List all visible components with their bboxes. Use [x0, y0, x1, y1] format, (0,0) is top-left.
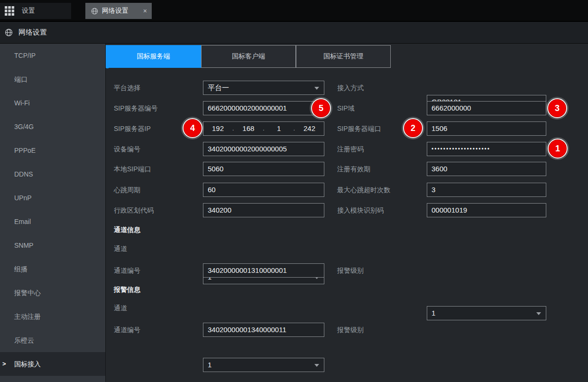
alarm-channel-select[interactable]: 1 — [203, 358, 324, 372]
sidebar: TCP/IP 端口 Wi-Fi 3G/4G PPPoE DDNS UPnP Em… — [0, 44, 105, 382]
alarm-info-title: 报警信息 — [114, 284, 140, 295]
sidebar-item-3g4g[interactable]: 3G/4G — [0, 115, 105, 139]
sip-domain-input[interactable]: 6662000000 — [427, 101, 546, 115]
annotation-badge-4: 4 — [183, 118, 202, 138]
caret-down-icon — [314, 364, 319, 367]
sidebar-item-tcpip[interactable]: TCP/IP — [0, 44, 105, 67]
sidebar-item-email[interactable]: Email — [0, 210, 105, 233]
heartbeat-period-input[interactable]: 60 — [203, 183, 324, 197]
alarm-level-label: 报警级别 — [337, 263, 364, 278]
access-mode-label: 接入方式 — [337, 81, 364, 95]
sidebar-item-port[interactable]: 端口 — [0, 67, 105, 91]
admin-region-code-label: 行政区划代码 — [114, 203, 154, 217]
tab-settings[interactable]: 设置 — [0, 3, 71, 19]
chevron-right-icon: > — [2, 352, 6, 376]
ip-octet-2[interactable]: 168 — [234, 122, 263, 135]
caret-down-icon — [314, 87, 319, 90]
local-sip-port-input[interactable]: 5060 — [203, 162, 324, 176]
local-sip-port-label: 本地SIP端口 — [114, 162, 151, 176]
platform-select[interactable]: 平台一 — [203, 81, 324, 95]
tab-network-settings-label: 网络设置 — [102, 7, 129, 15]
access-module-id-label: 接入模块识别码 — [337, 203, 384, 217]
register-valid-period-label: 注册有效期 — [337, 162, 370, 176]
ip-octet-4[interactable]: 242 — [295, 122, 324, 135]
ip-octet-3[interactable]: 1 — [265, 122, 294, 135]
alarm-channel-label: 通道 — [114, 301, 127, 315]
sidebar-item-multicast[interactable]: 组播 — [0, 257, 105, 281]
sidebar-item-ddns[interactable]: DDNS — [0, 162, 105, 186]
grid-menu-icon — [5, 6, 14, 16]
globe-icon — [91, 8, 98, 15]
max-heartbeat-timeouts-label: 最大心跳超时次数 — [337, 183, 390, 197]
sip-server-port-label: SIP服务器端口 — [337, 121, 381, 136]
page-title: 网络设置 — [18, 28, 47, 37]
alarm-channel-id-input[interactable]: 34020000001340000011 — [203, 323, 324, 337]
alarm-level-select[interactable]: 1 — [427, 306, 546, 320]
tab-network-settings[interactable]: 网络设置 × — [85, 3, 152, 19]
sidebar-item-upnp[interactable]: UPnP — [0, 186, 105, 210]
sip-server-id-input[interactable]: 66620000002000000001 — [203, 101, 324, 115]
tab-gb-cert-management[interactable]: 国标证书管理 — [296, 45, 391, 68]
annotation-badge-2: 2 — [403, 118, 423, 138]
sidebar-item-gb28181-access[interactable]: > 国标接入 — [0, 352, 105, 376]
device-id-label: 设备编号 — [114, 142, 140, 156]
sidebar-item-wifi[interactable]: Wi-Fi — [0, 91, 105, 115]
access-module-id-input[interactable]: 000001019 — [427, 203, 546, 217]
sidebar-item-auto-register[interactable]: 主动注册 — [0, 305, 105, 328]
alarm-channel-id-label: 通道编号 — [114, 323, 140, 337]
tab-settings-label: 设置 — [22, 7, 35, 15]
caret-down-icon — [536, 312, 541, 315]
close-icon[interactable]: × — [143, 7, 147, 15]
tab-gb-server[interactable]: 国标服务端 — [106, 45, 201, 68]
channel-label: 通道 — [114, 242, 127, 256]
tab-gb-client[interactable]: 国标客户端 — [201, 45, 296, 68]
alarm-info-alarm-level-label: 报警级别 — [337, 323, 364, 337]
platform-label: 平台选择 — [114, 81, 140, 95]
globe-icon — [5, 28, 13, 37]
heartbeat-period-label: 心跳周期 — [114, 183, 140, 197]
annotation-badge-1: 1 — [548, 139, 568, 158]
ip-octet-1[interactable]: 192 — [203, 122, 232, 135]
admin-region-code-input[interactable]: 340200 — [203, 203, 324, 217]
page-header: 网络设置 — [0, 22, 588, 44]
device-id-input[interactable]: 34020000002000000005 — [203, 142, 324, 156]
channel-id-input[interactable]: 34020000001310000001 — [203, 263, 324, 278]
register-password-input[interactable]: •••••••••••••••••••• — [427, 142, 546, 156]
register-password-label: 注册密码 — [337, 142, 364, 156]
sip-server-ip-input[interactable]: 192 . 168 . 1 . 242 — [203, 121, 324, 136]
sip-domain-label: SIP域 — [337, 101, 355, 115]
sidebar-item-snmp[interactable]: SNMP — [0, 233, 105, 257]
channel-id-label: 通道编号 — [114, 263, 140, 278]
sidebar-item-lechange[interactable]: 乐橙云 — [0, 328, 105, 352]
max-heartbeat-timeouts-input[interactable]: 3 — [427, 183, 546, 197]
top-tab-strip: 设置 网络设置 × — [0, 0, 588, 22]
sip-server-ip-label: SIP服务器IP — [114, 121, 151, 136]
annotation-badge-5: 5 — [311, 98, 331, 118]
sip-server-port-input[interactable]: 1506 — [427, 121, 546, 136]
annotation-badge-3: 3 — [547, 98, 567, 118]
register-valid-period-input[interactable]: 3600 — [427, 162, 546, 176]
sidebar-item-pppoe[interactable]: PPPoE — [0, 139, 105, 162]
sidebar-item-alarm-center[interactable]: 报警中心 — [0, 281, 105, 305]
sip-server-id-label: SIP服务器编号 — [114, 101, 158, 115]
channel-info-title: 通道信息 — [114, 224, 140, 235]
